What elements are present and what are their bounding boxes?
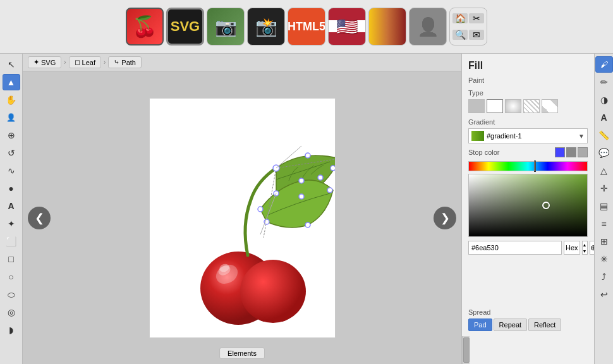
- svg-icon: ✦: [33, 58, 39, 66]
- triangle-right-tool[interactable]: △: [595, 162, 613, 179]
- pencil-right-tool[interactable]: ✏: [595, 74, 613, 90]
- hex-input[interactable]: [468, 241, 562, 255]
- stop-color-label: Stop color: [468, 149, 552, 156]
- color-picker-cursor: [542, 202, 550, 209]
- group-tool[interactable]: ⊕: [3, 127, 20, 143]
- drawing-canvas[interactable]: [149, 98, 336, 338]
- svg-point-14: [299, 178, 304, 183]
- path-icon: ⤷: [114, 58, 119, 66]
- fill-section: Fill Paint Type Gradient #gradient-1 ▼ S…: [462, 54, 594, 305]
- breadcrumb-svg[interactable]: ✦ SVG: [28, 56, 61, 68]
- pan-tool[interactable]: ✋: [3, 92, 20, 108]
- pencil-tool[interactable]: ●: [3, 180, 20, 197]
- paint-label: Paint: [468, 76, 588, 84]
- gradient-label: Gradient: [468, 118, 588, 126]
- top-icon-home[interactable]: 🏠 ✂ 🔍 ✉: [449, 8, 487, 46]
- paint-type-swatch[interactable]: [542, 99, 558, 113]
- top-icon-camera[interactable]: [247, 8, 285, 46]
- stop-swatch-gray[interactable]: [566, 147, 576, 157]
- mail-icon: ✉: [469, 30, 484, 40]
- move-right-tool[interactable]: ✛: [595, 180, 613, 197]
- top-icon-html5[interactable]: HTML5: [288, 8, 325, 46]
- select-tool[interactable]: ↖: [3, 56, 20, 73]
- stop-swatch-blue[interactable]: [555, 147, 565, 157]
- fill-title: Fill: [468, 60, 588, 71]
- hex-arrow-up[interactable]: ▲: [583, 241, 587, 248]
- rect-tool[interactable]: □: [3, 251, 20, 267]
- top-icon-gradient[interactable]: [368, 8, 406, 46]
- ellipse-tool[interactable]: ⬭: [3, 286, 20, 303]
- paint-type-buttons: [468, 99, 588, 113]
- spray-tool[interactable]: ✦: [3, 215, 20, 232]
- node-tool[interactable]: ↺: [3, 145, 20, 161]
- paint-type-pattern[interactable]: [523, 99, 540, 113]
- spread-pad-button[interactable]: Pad: [468, 318, 492, 331]
- text-tool[interactable]: A: [3, 198, 20, 214]
- top-icon-svg[interactable]: SVG: [166, 8, 204, 46]
- svg-point-16: [305, 222, 310, 228]
- text-right-tool[interactable]: A: [595, 109, 613, 126]
- top-toolbar: SVG HTML5 🏠 ✂ 🔍 ✉: [0, 0, 613, 54]
- color-picker[interactable]: [468, 174, 588, 237]
- rect-select-tool[interactable]: ⬜: [3, 233, 20, 250]
- stop-swatches: [555, 147, 588, 157]
- paint-type-flat[interactable]: [468, 99, 485, 113]
- gradient-preview: [471, 131, 484, 141]
- top-icon-cherry[interactable]: [126, 8, 164, 46]
- cherry-svg: [150, 99, 336, 338]
- gradient-dropdown-arrow: ▼: [578, 133, 585, 140]
- breadcrumb-leaf[interactable]: ◻ Leaf: [69, 56, 101, 68]
- pointer-tool[interactable]: ▲: [3, 74, 20, 90]
- paint-type-linear[interactable]: [487, 99, 503, 113]
- spread-buttons: Pad Repeat Reflect: [468, 318, 588, 331]
- search-icon: 🔍: [452, 30, 468, 40]
- top-icon-woman[interactable]: [409, 8, 447, 46]
- right-scrollbar[interactable]: [462, 336, 470, 364]
- star-tool[interactable]: ◗: [3, 322, 20, 338]
- paint-fill-tool[interactable]: 🖌: [595, 56, 613, 73]
- scrollbar-thumb[interactable]: [463, 337, 470, 363]
- canvas-wrapper: ❮: [23, 71, 461, 364]
- fill-panel: Fill Paint Type Gradient #gradient-1 ▼ S…: [461, 54, 594, 364]
- nav-arrow-right[interactable]: ❯: [434, 207, 456, 229]
- svg-point-3: [240, 260, 306, 323]
- hex-arrow-down[interactable]: ▼: [583, 248, 587, 254]
- gradient-value: #gradient-1: [487, 132, 522, 140]
- contrast-right-tool[interactable]: ◑: [595, 92, 613, 108]
- hex-input-row: Hex ▲ ▼ ⊕: [468, 241, 588, 255]
- breadcrumb: ✦ SVG › ◻ Leaf › ⤷ Path: [23, 54, 461, 71]
- export-right-tool[interactable]: ⤴: [595, 269, 613, 285]
- spread-repeat-button[interactable]: Repeat: [494, 318, 527, 331]
- top-icon-flag[interactable]: [328, 8, 366, 46]
- undo-right-tool[interactable]: ↩: [595, 286, 613, 303]
- nav-arrow-left[interactable]: ❮: [28, 207, 51, 229]
- spread-reflect-button[interactable]: Reflect: [528, 318, 561, 331]
- svg-point-15: [327, 188, 332, 193]
- effects-right-tool[interactable]: ✳: [595, 251, 613, 267]
- eyedropper-button[interactable]: ⊕: [590, 241, 595, 255]
- grid-right-tool[interactable]: ⊞: [595, 233, 613, 250]
- leaf-icon: ◻: [75, 58, 80, 66]
- paint-type-radial[interactable]: [505, 99, 521, 113]
- svg-point-7: [305, 153, 310, 158]
- circle-tool[interactable]: ○: [3, 269, 20, 285]
- svg-point-11: [318, 175, 323, 180]
- ruler-right-tool[interactable]: 📏: [595, 127, 613, 143]
- main-area: ↖ ▲ ✋ 👤 ⊕ ↺ ∿ ● A ✦ ⬜ □ ○ ⬭ ◎ ◗ ✦ SVG › …: [0, 54, 613, 364]
- layers-right-tool[interactable]: ▤: [595, 198, 613, 214]
- hex-stepper[interactable]: ▲ ▼: [582, 241, 588, 255]
- person-tool[interactable]: 👤: [3, 109, 20, 126]
- top-icon-photo[interactable]: [207, 8, 245, 46]
- stop-swatch-lightgray[interactable]: [578, 147, 588, 157]
- spiral-tool[interactable]: ◎: [3, 304, 20, 320]
- align-right-tool[interactable]: ≡: [595, 215, 613, 232]
- comment-right-tool[interactable]: 💬: [595, 145, 613, 161]
- color-spectrum-bar[interactable]: [468, 161, 588, 171]
- far-right-toolbar: 🖌 ✏ ◑ A 📏 💬 △ ✛ ▤ ≡ ⊞ ✳ ⤴ ↩: [594, 54, 613, 364]
- color-bar-marker: [534, 161, 536, 172]
- hex-format-select[interactable]: Hex: [564, 241, 580, 255]
- breadcrumb-path[interactable]: ⤷ Path: [108, 56, 142, 68]
- elements-label[interactable]: Elements: [219, 348, 265, 359]
- tweak-tool[interactable]: ∿: [3, 162, 20, 179]
- gradient-select[interactable]: #gradient-1 ▼: [468, 128, 588, 143]
